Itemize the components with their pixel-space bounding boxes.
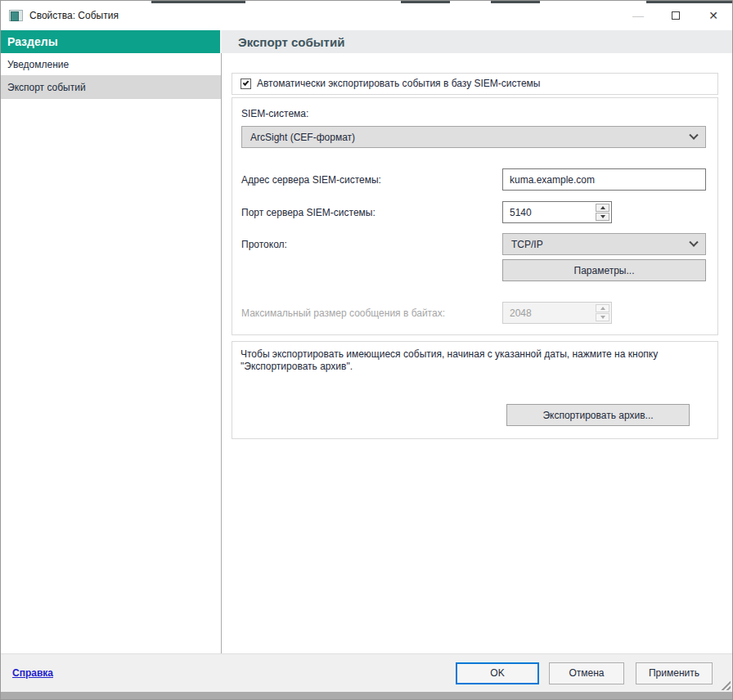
window-title: Свойства: События xyxy=(29,10,119,21)
arrow-down-icon xyxy=(600,215,605,218)
sidebar-item-event-export[interactable]: Экспорт событий xyxy=(1,76,221,99)
maximize-button[interactable] xyxy=(657,1,695,30)
server-address-label: Адрес сервера SIEM-системы: xyxy=(241,174,502,186)
arrow-up-icon xyxy=(600,206,605,209)
minimize-icon: — xyxy=(632,11,644,20)
header-row: Разделы Экспорт событий xyxy=(1,30,732,53)
server-port-label: Порт сервера SIEM-системы: xyxy=(241,207,502,218)
chevron-down-icon xyxy=(689,237,698,246)
parameters-button[interactable]: Параметры... xyxy=(502,259,706,281)
help-link[interactable]: Справка xyxy=(12,667,53,679)
archive-export-description: Чтобы экспортировать имеющиеся события, … xyxy=(241,348,709,373)
app-icon xyxy=(9,10,23,21)
sidebar-header: Разделы xyxy=(1,30,222,53)
server-port-spinner xyxy=(502,201,612,223)
protocol-selected-value: TCP/IP xyxy=(511,239,543,250)
siem-system-selected-value: ArcSight (CEF-формат) xyxy=(250,132,355,143)
server-address-input[interactable] xyxy=(502,168,706,191)
arrow-up-icon xyxy=(600,307,605,310)
siem-system-dropdown[interactable]: ArcSight (CEF-формат) xyxy=(241,126,706,148)
dialog-body: Уведомление Экспорт событий Автоматическ… xyxy=(1,53,732,653)
protocol-dropdown[interactable]: TCP/IP xyxy=(502,233,706,255)
properties-dialog: Свойства: События — ✕ Разделы Экспорт со… xyxy=(0,0,733,700)
auto-export-checkbox-label: Автоматически экспортировать события в б… xyxy=(257,78,540,89)
page-title: Экспорт событий xyxy=(222,30,732,53)
siem-system-label: SIEM-система: xyxy=(241,108,706,119)
sections-sidebar: Уведомление Экспорт событий xyxy=(1,53,222,653)
auto-export-checkbox-row[interactable]: Автоматически экспортировать события в б… xyxy=(232,73,718,95)
export-settings-panel: Автоматически экспортировать события в б… xyxy=(222,53,732,653)
checkmark-icon xyxy=(243,79,250,86)
port-decrement-button[interactable] xyxy=(596,213,609,221)
archive-export-group: Чтобы экспортировать имеющиеся события, … xyxy=(232,341,718,439)
minimize-button: — xyxy=(619,1,657,30)
chevron-down-icon xyxy=(689,130,698,139)
window-bottom-edge xyxy=(1,692,732,699)
max-message-size-label: Максимальный размер сообщения в байтах: xyxy=(241,307,502,319)
maximize-icon xyxy=(672,11,680,20)
close-icon: ✕ xyxy=(708,9,718,22)
background-window-artifact xyxy=(1,1,732,3)
titlebar[interactable]: Свойства: События — ✕ xyxy=(1,1,732,30)
export-archive-button[interactable]: Экспортировать архив... xyxy=(506,404,690,426)
close-button[interactable]: ✕ xyxy=(695,1,732,30)
siem-settings-group: SIEM-система: ArcSight (CEF-формат) Адре… xyxy=(232,97,718,335)
port-increment-button[interactable] xyxy=(596,204,609,212)
arrow-down-icon xyxy=(600,316,605,319)
auto-export-checkbox[interactable] xyxy=(241,79,251,89)
ok-button[interactable]: OK xyxy=(456,662,539,684)
sidebar-item-notification[interactable]: Уведомление xyxy=(1,53,221,76)
resize-grip[interactable] xyxy=(719,679,731,690)
apply-button[interactable]: Применить xyxy=(636,662,713,684)
max-message-size-spinner xyxy=(502,302,612,324)
protocol-label: Протокол: xyxy=(241,239,502,250)
cancel-button[interactable]: Отмена xyxy=(549,662,624,684)
max-size-decrement-button xyxy=(596,313,609,321)
max-size-increment-button xyxy=(596,304,609,312)
dialog-footer: Справка OK Отмена Применить xyxy=(1,653,732,692)
